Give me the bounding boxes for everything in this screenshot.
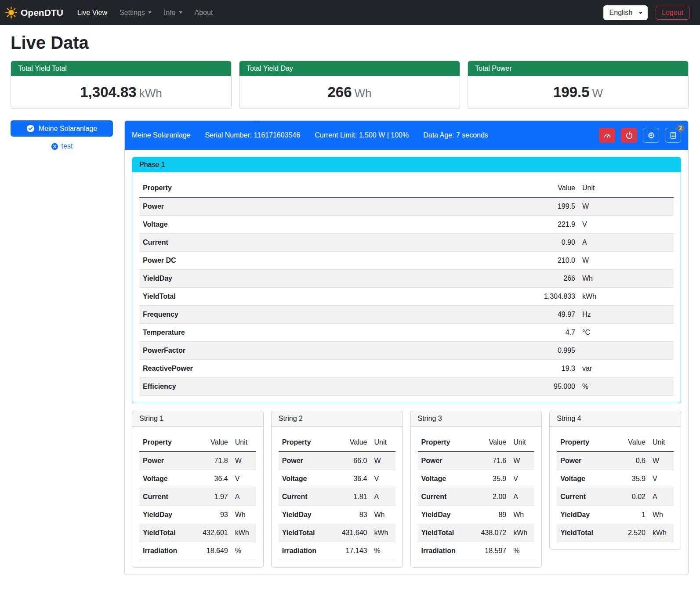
nav-about[interactable]: About [189,5,219,20]
sidebar-item-meine-solaranlage[interactable]: Meine Solaranlage [11,120,113,137]
property-name: YieldTotal [139,524,191,542]
property-name: Voltage [418,470,470,488]
property-unit: Wh [510,506,534,524]
table-head: Property Value Unit [279,434,395,452]
table-row: YieldDay266Wh [139,270,674,288]
table-row: Power199.5W [139,197,674,216]
table-row: YieldDay89Wh [418,506,535,524]
table-row: Irradiation18.649% [139,542,256,560]
table-row: Current0.02A [557,488,674,506]
property-value: 0.02 [614,488,649,506]
property-value: 266 [402,270,579,288]
string-card-title: String 4 [550,411,681,427]
column-property: Property [139,179,402,197]
table-header-row: Property Value Unit [418,434,535,452]
property-unit: W [579,252,674,270]
table-row: Power71.8W [139,452,256,470]
property-name: Power [279,452,330,470]
property-value: 199.5 [402,197,579,216]
property-unit: V [371,470,395,488]
summary-card-title: Total Yield Day [239,61,460,76]
property-name: YieldTotal [279,524,330,542]
brand-link[interactable]: OpenDTU [5,7,63,18]
event-log-button[interactable]: 2 [665,128,681,143]
property-value: 1 [614,506,649,524]
string-card-body: Property Value Unit Power66.0WVoltage36.… [272,427,403,567]
table-row: Irradiation18.597% [418,542,535,560]
property-unit: V [232,470,256,488]
language-select[interactable]: English [603,5,648,20]
nav-live-view[interactable]: Live View [71,5,113,20]
nav-info-dropdown[interactable]: Info [158,5,189,20]
table-body: Power66.0WVoltage36.4VCurrent1.81AYieldD… [279,452,395,560]
sidebar-item-test[interactable]: test [11,142,113,150]
limit-settings-button[interactable] [599,128,615,143]
property-unit: W [649,452,674,470]
property-value: 431.640 [330,524,370,542]
table-row: Voltage35.9V [418,470,535,488]
column-property: Property [418,434,470,452]
property-name: Power [139,197,402,216]
property-unit: var [579,360,674,378]
nav-info-label: Info [164,9,176,17]
summary-unit: Wh [355,87,372,100]
summary-card-body: 1,304.83kWh [11,76,231,109]
property-value: 2.00 [469,488,510,506]
table-row: YieldTotal432.601kWh [139,524,256,542]
column-value: Value [191,434,232,452]
table-row: Voltage35.9V [557,470,674,488]
property-value: 17.143 [330,542,370,560]
property-unit: W [371,452,395,470]
column-value: Value [330,434,370,452]
string-card-1: String 1 Property Value Unit [132,411,264,568]
table-row: Irradiation17.143% [279,542,395,560]
summary-card-body: 199.5W [468,76,688,109]
chevron-down-icon [639,11,642,14]
column-value: Value [469,434,510,452]
property-value: 35.9 [614,470,649,488]
logout-button[interactable]: Logout [656,6,689,20]
property-name: Current [557,488,614,506]
property-unit: V [510,470,534,488]
table-row: Efficiency95.000% [139,378,674,396]
property-name: Efficiency [139,378,402,396]
property-value: 89 [469,506,510,524]
table-row: YieldTotal1,304.833kWh [139,288,674,306]
column-value: Value [614,434,649,452]
column-unit: Unit [579,179,674,197]
table-body: Power71.6WVoltage35.9VCurrent2.00AYieldD… [418,452,535,560]
sun-icon [5,7,17,18]
property-name: Irradiation [418,542,470,560]
table-row: Frequency49.97Hz [139,306,674,324]
property-name: Voltage [279,470,330,488]
property-unit: % [232,542,256,560]
property-value: 432.601 [191,524,232,542]
table-row: Power0.6W [557,452,674,470]
x-circle-icon [51,143,58,150]
table-row: YieldDay1Wh [557,506,674,524]
column-unit: Unit [371,434,395,452]
brand-label: OpenDTU [21,7,63,18]
property-unit: A [232,488,256,506]
property-value: 36.4 [191,470,232,488]
summary-card-title: Total Power [468,61,688,76]
property-unit: W [579,197,674,216]
chevron-down-icon [179,11,182,14]
table-row: Voltage36.4V [279,470,395,488]
string-card-2: String 2 Property Value Unit [271,411,403,568]
property-name: YieldDay [139,506,191,524]
column-property: Property [557,434,614,452]
string-card-title: String 1 [132,411,263,427]
device-info-button[interactable] [643,128,659,143]
power-toggle-button[interactable] [621,128,637,143]
summary-row: Total Yield Total 1,304.83kWh Total Yiel… [11,61,689,109]
property-unit: kWh [232,524,256,542]
cpu-icon [647,131,655,139]
property-value: 1.81 [330,488,370,506]
property-name: Irradiation [139,542,191,560]
nav-settings-dropdown[interactable]: Settings [113,5,158,20]
string-card-body: Property Value Unit Power71.6WVoltage35.… [411,427,542,567]
table-body: Power199.5WVoltage221.9VCurrent0.90APowe… [139,197,674,396]
property-name: PowerFactor [139,342,402,360]
summary-card-total-yield-day: Total Yield Day 266Wh [239,61,460,109]
